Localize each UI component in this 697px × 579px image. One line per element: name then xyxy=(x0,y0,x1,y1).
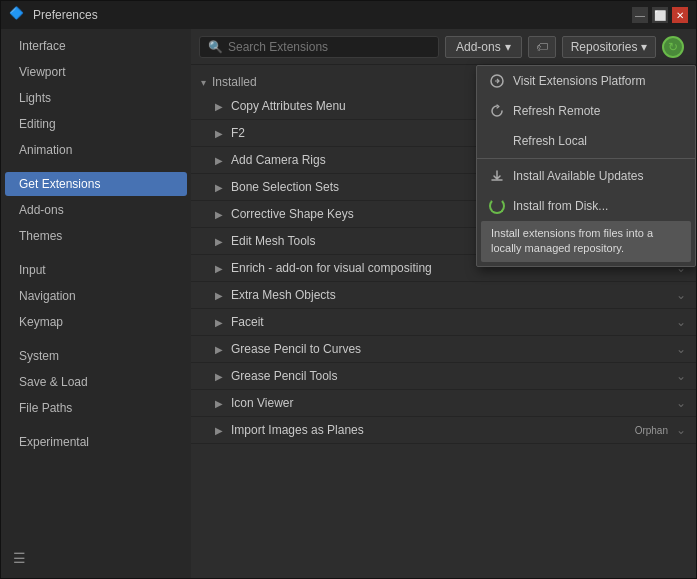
search-box[interactable]: 🔍 xyxy=(199,36,439,58)
sidebar-item-get-extensions[interactable]: Get Extensions xyxy=(5,172,187,196)
sidebar-item-experimental[interactable]: Experimental xyxy=(5,430,187,454)
ext-name: Extra Mesh Objects xyxy=(231,288,676,302)
addons-label: Add-ons xyxy=(456,40,501,54)
search-icon: 🔍 xyxy=(208,40,223,54)
list-item[interactable]: ▶ Faceit ⌄ xyxy=(191,309,696,336)
ext-arrow-icon: ▶ xyxy=(215,128,223,139)
sidebar-item-editing[interactable]: Editing xyxy=(5,112,187,136)
install-disk-item[interactable]: Install from Disk... xyxy=(477,191,695,221)
ext-arrow-icon: ▶ xyxy=(215,182,223,193)
maximize-button[interactable]: ⬜ xyxy=(652,7,668,23)
refresh-local-item[interactable]: Refresh Local xyxy=(477,126,695,156)
sidebar-item-add-ons[interactable]: Add-ons xyxy=(5,198,187,222)
ext-name: Import Images as Planes xyxy=(231,423,635,437)
blender-logo: 🔷 xyxy=(9,6,27,24)
list-item[interactable]: ▶ Import Images as Planes Orphan ⌄ xyxy=(191,417,696,444)
visit-extensions-platform-item[interactable]: Visit Extensions Platform xyxy=(477,66,695,96)
list-item[interactable]: ▶ Grease Pencil to Curves ⌄ xyxy=(191,336,696,363)
install-disk-tooltip: Install extensions from files into a loc… xyxy=(481,221,691,262)
refresh-local-icon xyxy=(489,133,505,149)
refresh-remote-label: Refresh Remote xyxy=(513,104,600,118)
list-item[interactable]: ▶ Extra Mesh Objects ⌄ xyxy=(191,282,696,309)
install-updates-label: Install Available Updates xyxy=(513,169,644,183)
refresh-remote-icon xyxy=(489,103,505,119)
hamburger-icon[interactable]: ☰ xyxy=(13,550,26,566)
sidebar-item-navigation[interactable]: Navigation xyxy=(5,284,187,308)
ext-arrow-icon: ▶ xyxy=(215,425,223,436)
ext-chevron-icon: ⌄ xyxy=(676,342,686,356)
install-updates-item[interactable]: Install Available Updates xyxy=(477,161,695,191)
preferences-window: 🔷 Preferences — ⬜ ✕ Interface Viewport L… xyxy=(0,0,697,579)
ext-chevron-icon: ⌄ xyxy=(676,423,686,437)
ext-arrow-icon: ▶ xyxy=(215,290,223,301)
ext-arrow-icon: ▶ xyxy=(215,371,223,382)
addons-dropdown-arrow: ▾ xyxy=(505,40,511,54)
toolbar: 🔍 Add-ons ▾ 🏷 Repositories ▾ ↻ xyxy=(191,29,696,65)
repositories-button[interactable]: Repositories ▾ xyxy=(562,36,657,58)
sidebar-item-keymap[interactable]: Keymap xyxy=(5,310,187,334)
ext-chevron-icon: ⌄ xyxy=(676,288,686,302)
install-disk-label: Install from Disk... xyxy=(513,199,608,213)
repositories-label: Repositories xyxy=(571,40,638,54)
sidebar-item-file-paths[interactable]: File Paths xyxy=(5,396,187,420)
ext-arrow-icon: ▶ xyxy=(215,155,223,166)
ext-arrow-icon: ▶ xyxy=(215,101,223,112)
sidebar-item-system[interactable]: System xyxy=(5,344,187,368)
sidebar-item-save-load[interactable]: Save & Load xyxy=(5,370,187,394)
installed-arrow-icon: ▾ xyxy=(201,77,206,88)
window-controls: — ⬜ ✕ xyxy=(632,7,688,23)
close-button[interactable]: ✕ xyxy=(672,7,688,23)
circle-arrow-icon: ↻ xyxy=(668,40,678,54)
dropdown-divider xyxy=(477,158,695,159)
repositories-dropdown-arrow: ▾ xyxy=(641,40,647,54)
window-title: Preferences xyxy=(33,8,626,22)
ext-arrow-icon: ▶ xyxy=(215,344,223,355)
sidebar-footer: ☰ xyxy=(1,542,191,574)
titlebar: 🔷 Preferences — ⬜ ✕ xyxy=(1,1,696,29)
main-content: Interface Viewport Lights Editing Animat… xyxy=(1,29,696,578)
ext-chevron-icon: ⌄ xyxy=(676,369,686,383)
sidebar: Interface Viewport Lights Editing Animat… xyxy=(1,29,191,578)
orphan-badge: Orphan xyxy=(635,425,668,436)
addons-button[interactable]: Add-ons ▾ xyxy=(445,36,522,58)
sidebar-item-input[interactable]: Input xyxy=(5,258,187,282)
sidebar-item-animation[interactable]: Animation xyxy=(5,138,187,162)
ext-arrow-icon: ▶ xyxy=(215,236,223,247)
refresh-remote-item[interactable]: Refresh Remote xyxy=(477,96,695,126)
ext-name: Faceit xyxy=(231,315,676,329)
list-item[interactable]: ▶ Icon Viewer ⌄ xyxy=(191,390,696,417)
green-circle-button[interactable]: ↻ xyxy=(662,36,684,58)
ext-chevron-icon: ⌄ xyxy=(676,396,686,410)
ext-chevron-icon: ⌄ xyxy=(676,315,686,329)
search-input[interactable] xyxy=(228,40,430,54)
tag-icon[interactable]: 🏷 xyxy=(528,36,556,58)
sidebar-item-viewport[interactable]: Viewport xyxy=(5,60,187,84)
main-panel: 🔍 Add-ons ▾ 🏷 Repositories ▾ ↻ xyxy=(191,29,696,578)
visit-extensions-label: Visit Extensions Platform xyxy=(513,74,646,88)
ext-name: Grease Pencil Tools xyxy=(231,369,676,383)
refresh-local-label: Refresh Local xyxy=(513,134,587,148)
sidebar-item-interface[interactable]: Interface xyxy=(5,34,187,58)
sidebar-item-themes[interactable]: Themes xyxy=(5,224,187,248)
ext-arrow-icon: ▶ xyxy=(215,263,223,274)
minimize-button[interactable]: — xyxy=(632,7,648,23)
external-link-icon xyxy=(489,73,505,89)
ext-name: Icon Viewer xyxy=(231,396,676,410)
ext-arrow-icon: ▶ xyxy=(215,209,223,220)
ext-arrow-icon: ▶ xyxy=(215,317,223,328)
ext-arrow-icon: ▶ xyxy=(215,398,223,409)
spinning-loader-icon xyxy=(489,198,505,214)
repositories-dropdown-menu: Visit Extensions Platform Refresh Remote… xyxy=(476,65,696,267)
sidebar-item-lights[interactable]: Lights xyxy=(5,86,187,110)
ext-name: Grease Pencil to Curves xyxy=(231,342,676,356)
list-item[interactable]: ▶ Grease Pencil Tools ⌄ xyxy=(191,363,696,390)
download-icon xyxy=(489,168,505,184)
install-disk-icon xyxy=(489,198,505,214)
installed-label: Installed xyxy=(212,75,257,89)
